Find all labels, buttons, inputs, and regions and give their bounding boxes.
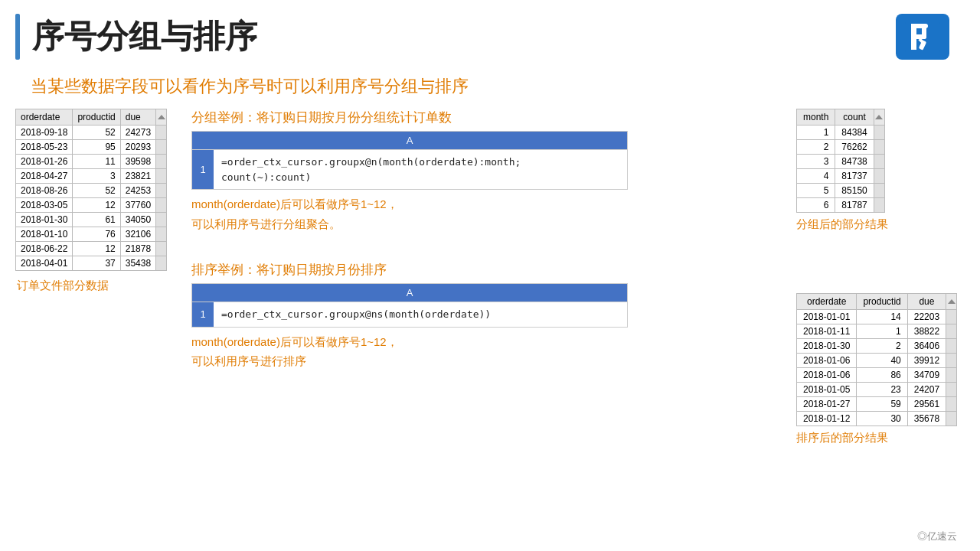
table-row: 2018-09-185224273 xyxy=(16,126,167,140)
result-col-count: count xyxy=(835,109,874,126)
watermark: ◎亿速云 xyxy=(917,530,957,543)
sorting-code-block: A 1 =order_ctx_cursor.groupx@ns(month(or… xyxy=(191,283,628,328)
left-table-label: 订单文件部分数据 xyxy=(15,279,109,293)
grouping-result-table: month count 1843842762623847384817375851… xyxy=(796,109,885,213)
sorting-code-header: A xyxy=(192,284,627,302)
table-row: 2018-01-306134050 xyxy=(16,213,167,227)
table-row: 2018-06-221221878 xyxy=(16,242,167,256)
grouping-code-block: A 1 =order_ctx_cursor.groupx@n(month(ord… xyxy=(191,131,628,190)
col-productid: productid xyxy=(73,109,120,126)
sorting-result-section: orderdate productid due 2018-01-01142220… xyxy=(796,293,957,445)
table-row: 2018-01-275929561 xyxy=(797,397,957,412)
table-row: 276262 xyxy=(797,140,885,155)
table-row: 2018-04-013735438 xyxy=(16,256,167,271)
table-row: 2018-01-052324207 xyxy=(797,383,957,397)
sorting-description: month(orderdate)后可以看做序号1~12，可以利用序号进行排序 xyxy=(191,332,781,371)
subtitle: 当某些数据字段可以看作为序号时可以利用序号分组与排序 xyxy=(0,67,980,109)
sorting-code-content: =order_ctx_cursor.groupx@ns(month(orderd… xyxy=(214,302,498,327)
grouping-code-header: A xyxy=(192,132,627,149)
title-bar: 序号分组与排序 xyxy=(15,14,257,60)
sorting-result-table: orderdate productid due 2018-01-01142220… xyxy=(796,293,957,426)
main-content: orderdate productid due 2018-09-18522427… xyxy=(0,109,980,445)
order-data-table: orderdate productid due 2018-09-18522427… xyxy=(15,109,167,271)
table-row: 681787 xyxy=(797,198,885,213)
table-row: 481737 xyxy=(797,169,885,184)
left-panel: orderdate productid due 2018-09-18522427… xyxy=(15,109,176,445)
table-row: 2018-01-11138822 xyxy=(797,324,957,339)
order-table-wrapper: orderdate productid due 2018-09-18522427… xyxy=(15,109,167,271)
center-panel: 分组举例：将订购日期按月份分组统计订单数 A 1 =order_ctx_curs… xyxy=(191,109,781,445)
table-row: 184384 xyxy=(797,126,885,140)
result-col-orderdate: orderdate xyxy=(797,294,857,310)
grouping-section: 分组举例：将订购日期按月份分组统计订单数 A 1 =order_ctx_curs… xyxy=(191,109,781,236)
svg-rect-4 xyxy=(922,24,926,39)
table-row: 2018-01-30236406 xyxy=(797,339,957,354)
table-row: 2018-05-239520293 xyxy=(16,140,167,155)
sorting-line-num: 1 xyxy=(192,302,214,327)
table-row: 2018-01-107632106 xyxy=(16,227,167,242)
grouping-result-section: month count 1843842762623847384817375851… xyxy=(796,109,888,232)
sorting-section: 排序举例：将订购日期按月份排序 A 1 =order_ctx_cursor.gr… xyxy=(191,261,781,374)
table-row: 384738 xyxy=(797,155,885,169)
table-row: 2018-01-068634709 xyxy=(797,368,957,383)
table-row: 2018-01-011422203 xyxy=(797,310,957,324)
table-row: 2018-01-261139598 xyxy=(16,155,167,169)
sorting-result-label: 排序后的部分结果 xyxy=(796,431,957,445)
result-col-due: due xyxy=(907,294,946,310)
col-orderdate: orderdate xyxy=(16,109,73,126)
logo xyxy=(896,14,949,60)
col-due: due xyxy=(120,109,155,126)
grouping-result-label: 分组后的部分结果 xyxy=(796,217,888,232)
grouping-code-content: =order_ctx_cursor.groupx@n(month(orderda… xyxy=(214,150,528,189)
grouping-code-row: 1 =order_ctx_cursor.groupx@n(month(order… xyxy=(192,149,627,189)
right-panel: month count 1843842762623847384817375851… xyxy=(796,109,965,445)
title-accent xyxy=(15,14,20,60)
page-title: 序号分组与排序 xyxy=(32,15,257,58)
table-row: 2018-01-123035678 xyxy=(797,412,957,426)
grouping-line-num: 1 xyxy=(192,150,214,189)
table-row: 2018-08-265224253 xyxy=(16,184,167,198)
table-row: 585150 xyxy=(797,184,885,198)
result-col-productid: productid xyxy=(857,294,907,310)
table-row: 2018-01-064039912 xyxy=(797,354,957,368)
grouping-title: 分组举例：将订购日期按月份分组统计订单数 xyxy=(191,109,781,126)
result-col-month: month xyxy=(797,109,835,126)
page-header: 序号分组与排序 xyxy=(0,0,980,67)
sorting-title: 排序举例：将订购日期按月份排序 xyxy=(191,261,781,279)
sorting-code-row: 1 =order_ctx_cursor.groupx@ns(month(orde… xyxy=(192,302,627,327)
grouping-description: month(orderdate)后可以看做序号1~12，可以利用序号进行分组聚合… xyxy=(191,194,781,233)
table-row: 2018-03-051237760 xyxy=(16,198,167,213)
table-row: 2018-04-27323821 xyxy=(16,169,167,184)
